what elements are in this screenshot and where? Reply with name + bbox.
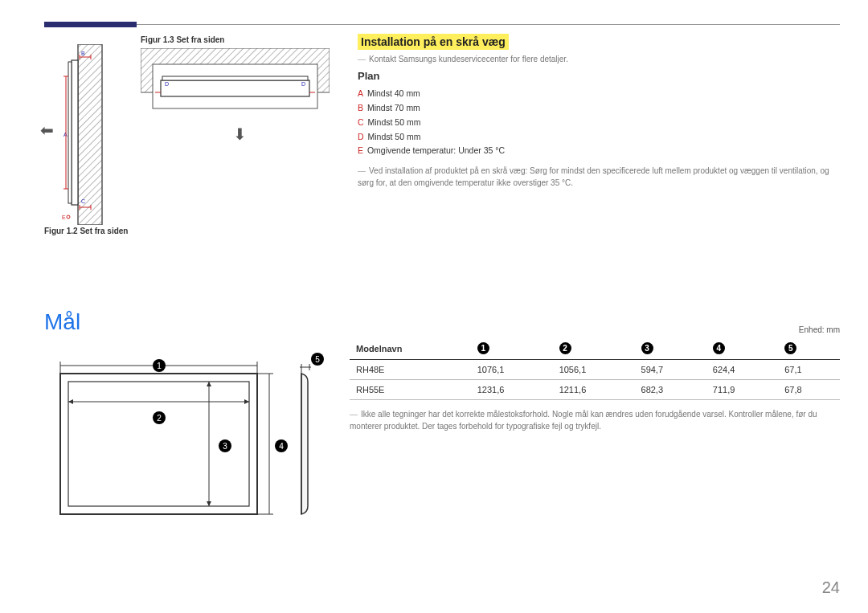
svg-rect-22: [162, 76, 308, 80]
col-1: 1: [471, 337, 553, 360]
top-tab: [44, 22, 137, 27]
figure-1-3-caption: Figur 1.3 Set fra siden: [141, 35, 224, 44]
arrow-down-icon: ⬇: [233, 125, 247, 144]
install-note-1: Kontakt Samsungs kundeservicecenter for …: [358, 55, 840, 63]
dimensions-diagram: 1 2 3 4 5: [44, 349, 326, 534]
figure-1-2: B A C E: [60, 44, 104, 225]
svg-text:3: 3: [223, 442, 227, 451]
table-header-row: Modelnavn 1 2 3 4 5: [350, 337, 840, 360]
dimensions-table-wrap: Enhed: mm Modelnavn 1 2 3 4 5 RH48E 1076…: [350, 325, 840, 432]
svg-rect-21: [161, 80, 309, 96]
figure-1-2-caption: Figur 1.2 Set fra siden: [44, 227, 128, 235]
table-row: RH48E 1076,1 1056,1 594,7 624,4 67,1: [350, 360, 840, 380]
svg-text:C: C: [81, 198, 85, 204]
unit-label: Enhed: mm: [350, 325, 840, 334]
dimensions-heading: Mål: [44, 309, 80, 335]
plan-title: Plan: [358, 70, 840, 82]
table-row: RH55E 1231,6 1211,6 682,3 711,9 67,8: [350, 380, 840, 400]
svg-text:E: E: [62, 215, 66, 220]
page-number: 24: [822, 578, 840, 597]
install-section: Installation på en skrå væg Kontakt Sams…: [358, 34, 840, 189]
figure-1-3: D D: [141, 48, 330, 121]
col-model: Modelnavn: [350, 337, 471, 360]
svg-point-18: [67, 215, 70, 219]
col-5: 5: [778, 337, 840, 360]
arrow-left-icon: ⬅: [40, 121, 54, 140]
install-note-2: Ved installation af produktet på en skrå…: [358, 165, 840, 189]
svg-text:B: B: [81, 51, 85, 56]
col-3: 3: [635, 337, 706, 360]
svg-text:D: D: [301, 81, 305, 87]
svg-text:5: 5: [315, 355, 320, 364]
svg-rect-4: [68, 62, 72, 203]
svg-text:D: D: [165, 81, 169, 87]
top-rule: [44, 24, 840, 25]
dimensions-table: Modelnavn 1 2 3 4 5 RH48E 1076,1 1056,1 …: [350, 337, 840, 400]
plan-list: A Mindst 40 mm B Mindst 70 mm C Mindst 5…: [358, 87, 840, 158]
svg-rect-3: [72, 60, 78, 205]
install-title: Installation på en skrå væg: [358, 34, 509, 50]
col-2: 2: [553, 337, 635, 360]
svg-text:4: 4: [279, 442, 284, 451]
svg-text:2: 2: [157, 414, 162, 423]
col-4: 4: [706, 337, 778, 360]
dimensions-note: Ikke alle tegninger har det korrekte mål…: [350, 408, 840, 432]
svg-text:1: 1: [157, 362, 162, 370]
